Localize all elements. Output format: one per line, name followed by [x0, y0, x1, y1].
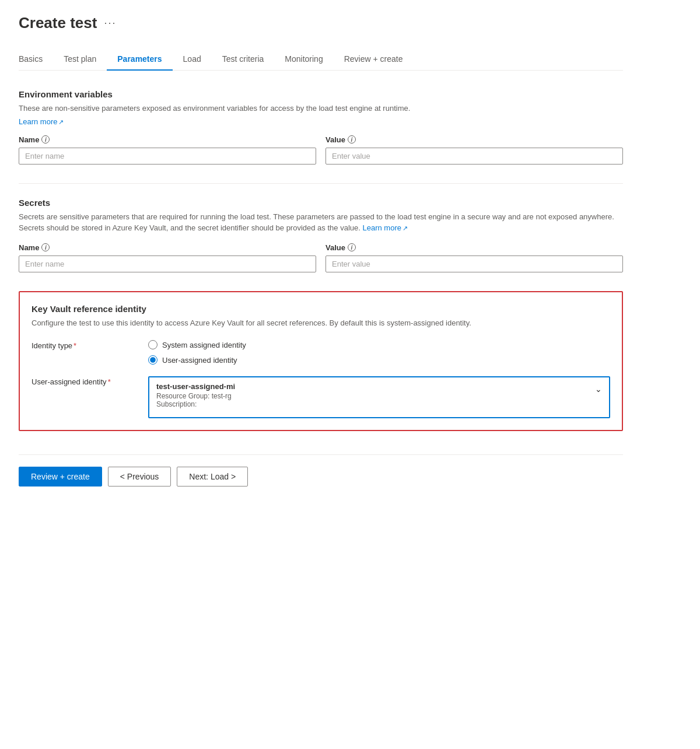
- radio-user-assigned-input[interactable]: [148, 355, 158, 365]
- env-variables-learn-more[interactable]: Learn more↗: [19, 117, 64, 126]
- env-variables-section: Environment variables These are non-sens…: [19, 89, 623, 164]
- tabs-nav: Basics Test plan Parameters Load Test cr…: [19, 48, 623, 71]
- user-assigned-required: *: [108, 377, 111, 386]
- divider-1: [19, 183, 623, 184]
- ua-dropdown-content: test-user-assigned-mi Resource Group: te…: [156, 382, 595, 408]
- bottom-divider: [19, 454, 623, 455]
- env-variables-form: Name i Value i: [19, 135, 623, 164]
- tab-test-criteria[interactable]: Test criteria: [212, 48, 275, 71]
- secrets-name-col: Name i: [19, 243, 316, 272]
- page-title: Create test: [19, 14, 97, 32]
- secrets-title: Secrets: [19, 198, 623, 208]
- identity-type-required: *: [74, 341, 76, 350]
- previous-button[interactable]: < Previous: [108, 467, 172, 487]
- identity-type-row: Identity type* System assigned identity …: [32, 340, 610, 365]
- secrets-value-col: Value i: [326, 243, 623, 272]
- env-name-input[interactable]: [19, 148, 316, 164]
- keyvault-section: Key Vault reference identity Configure t…: [19, 291, 623, 432]
- ua-resource-group: Resource Group: test-rg: [156, 392, 595, 400]
- secrets-name-label: Name i: [19, 243, 316, 252]
- secrets-name-info-icon[interactable]: i: [41, 243, 50, 251]
- more-options-icon[interactable]: ···: [104, 17, 116, 29]
- identity-type-label: Identity type: [32, 341, 72, 350]
- tab-load[interactable]: Load: [173, 48, 212, 71]
- secrets-learn-more[interactable]: Learn more↗: [362, 223, 407, 232]
- radio-user-assigned[interactable]: User-assigned identity: [148, 355, 610, 365]
- env-value-info-icon[interactable]: i: [348, 135, 356, 144]
- tab-test-plan[interactable]: Test plan: [53, 48, 107, 71]
- keyvault-title: Key Vault reference identity: [32, 304, 610, 314]
- tab-monitoring[interactable]: Monitoring: [274, 48, 333, 71]
- user-assigned-label: User-assigned identity: [32, 377, 107, 386]
- ua-subscription: Subscription:: [156, 400, 595, 408]
- user-assigned-row: User-assigned identity* test-user-assign…: [32, 376, 610, 418]
- secrets-form: Name i Value i: [19, 243, 623, 272]
- chevron-down-icon: ⌄: [595, 384, 602, 394]
- keyvault-desc: Configure the test to use this identity …: [32, 317, 610, 329]
- radio-system-assigned-input[interactable]: [148, 340, 158, 349]
- env-value-col: Value i: [326, 135, 623, 164]
- identity-type-label-col: Identity type*: [32, 340, 148, 350]
- secrets-external-link-icon: ↗: [402, 225, 408, 232]
- secrets-value-input[interactable]: [326, 256, 623, 272]
- env-name-col: Name i: [19, 135, 316, 164]
- radio-user-assigned-label: User-assigned identity: [162, 356, 237, 365]
- env-variables-desc: These are non-sensitive parameters expos…: [19, 103, 623, 114]
- next-button[interactable]: Next: Load >: [177, 467, 248, 487]
- actions-row: Review + create < Previous Next: Load >: [19, 467, 623, 487]
- secrets-name-input[interactable]: [19, 256, 316, 272]
- user-assigned-dropdown-col: test-user-assigned-mi Resource Group: te…: [148, 376, 610, 418]
- secrets-desc: Secrets are sensitive parameters that ar…: [19, 211, 623, 234]
- secrets-value-label: Value i: [326, 243, 623, 252]
- review-create-button[interactable]: Review + create: [19, 467, 102, 487]
- env-variables-title: Environment variables: [19, 89, 623, 99]
- tab-basics[interactable]: Basics: [19, 48, 53, 71]
- env-name-label: Name i: [19, 135, 316, 144]
- tab-parameters[interactable]: Parameters: [107, 48, 172, 71]
- env-value-input[interactable]: [326, 148, 623, 164]
- secrets-section: Secrets Secrets are sensitive parameters…: [19, 198, 623, 272]
- user-assigned-dropdown[interactable]: test-user-assigned-mi Resource Group: te…: [148, 376, 610, 418]
- secrets-value-info-icon[interactable]: i: [348, 243, 356, 251]
- radio-system-assigned-label: System assigned identity: [162, 341, 246, 349]
- user-assigned-label-col: User-assigned identity*: [32, 376, 148, 386]
- identity-options: System assigned identity User-assigned i…: [148, 340, 610, 365]
- external-link-icon: ↗: [58, 118, 64, 125]
- radio-system-assigned[interactable]: System assigned identity: [148, 340, 610, 349]
- ua-identity-name: test-user-assigned-mi: [156, 382, 595, 391]
- tab-review-create[interactable]: Review + create: [334, 48, 414, 71]
- env-value-label: Value i: [326, 135, 623, 144]
- env-name-info-icon[interactable]: i: [41, 135, 50, 144]
